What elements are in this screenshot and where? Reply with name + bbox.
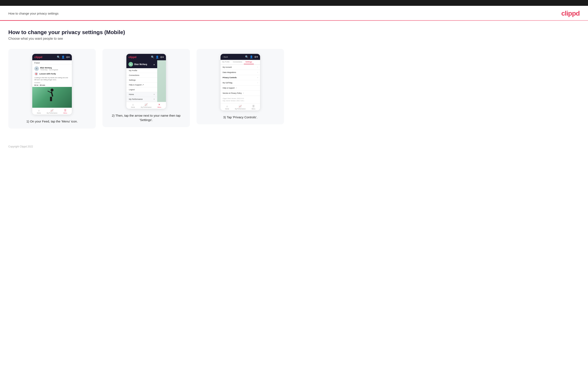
search-icon-1[interactable]: 🔍 bbox=[57, 56, 60, 59]
home-icon-1: ⌂ bbox=[38, 109, 40, 112]
my-account-label: My Account bbox=[223, 66, 232, 68]
phone-nav-icons-2: 🔍 👤 ⊕▾ bbox=[151, 56, 164, 59]
duration-val: 01 hr : 30 min bbox=[32, 84, 72, 87]
settings-back: ‹ Back 🔍 👤 ⊕▾ bbox=[221, 54, 260, 60]
feed-user-loc: Yesterday · Sunningdale bbox=[40, 69, 58, 71]
header-title: How to change your privacy settings bbox=[8, 12, 59, 15]
data-integrations-chevron: › bbox=[257, 71, 258, 73]
settings-item-data-integrations[interactable]: Data Integrations › bbox=[221, 70, 260, 75]
phone-nav-icons-3: 🔍 👤 ⊕▾ bbox=[245, 55, 258, 58]
golf-image-1 bbox=[32, 87, 72, 108]
menu-label-1: Menu bbox=[63, 112, 67, 114]
user-icon-3[interactable]: 👤 bbox=[250, 55, 253, 58]
settings-item-golf-bag[interactable]: My Golf Bag › bbox=[221, 80, 260, 85]
phone-nav-1: clippd 🔍 👤 ⊕▾ bbox=[32, 54, 72, 60]
golf-bag-chevron: › bbox=[257, 82, 258, 84]
menu-icon-1: ☰ bbox=[64, 109, 66, 112]
data-integrations-label: Data Integrations bbox=[223, 71, 236, 73]
phone-nav-2: clippd 🔍 👤 ⊕▾ bbox=[126, 54, 166, 60]
phone-tab-menu-3[interactable]: ☰ Menu bbox=[247, 104, 260, 110]
menu-user-name: Blair McHarg bbox=[134, 63, 147, 66]
home-label-2: Home bbox=[131, 107, 135, 108]
phone-nav-icons-1: 🔍 👤 ⊕▾ bbox=[57, 56, 70, 59]
copyright: Copyright Clippd 2022 bbox=[8, 145, 33, 148]
feed-avatar: B bbox=[34, 66, 39, 71]
search-icon-2[interactable]: 🔍 bbox=[151, 56, 154, 59]
db-version: GQL Server Version: 2022.7.30-1 bbox=[223, 100, 258, 102]
client-version: Clippd Client Version: 2022.8.3-3 bbox=[223, 98, 258, 100]
menu-item-connections[interactable]: Connections bbox=[126, 73, 157, 78]
connections-label: Connections bbox=[129, 74, 139, 76]
user-icon-1[interactable]: 👤 bbox=[61, 56, 65, 59]
card-3: ‹ Back 🔍 👤 ⊕▾ My Profile Connections Set… bbox=[197, 49, 284, 124]
golf-bag-label: My Golf Bag bbox=[223, 82, 232, 84]
settings-tabs-row: My Profile Connections Settings bbox=[221, 60, 260, 65]
home-section-label: Home bbox=[129, 93, 134, 95]
chart-icon-1: 📈 bbox=[50, 109, 53, 112]
svg-point-0 bbox=[51, 89, 53, 92]
settings-icon-1[interactable]: ⊕▾ bbox=[66, 56, 70, 59]
privacy-policy-label: Service & Privacy Policy ↗ bbox=[223, 92, 244, 94]
settings-item-help[interactable]: Help & Support ↗ bbox=[221, 85, 260, 91]
page-subheading: Choose what you want people to see bbox=[8, 37, 580, 41]
phone-tab-home-2[interactable]: ⌂ Home bbox=[126, 102, 139, 109]
menu-item-settings[interactable]: Settings bbox=[126, 78, 157, 83]
phone-tab-home-1[interactable]: ⌂ Home bbox=[32, 108, 45, 115]
menu-section-home[interactable]: Home ▾ bbox=[126, 92, 157, 97]
tab-my-profile[interactable]: My Profile bbox=[221, 60, 231, 64]
perf-label-3: My Performance bbox=[235, 108, 245, 109]
settings-icon-2[interactable]: ⊕▾ bbox=[160, 56, 164, 59]
version-info: Clippd Client Version: 2022.8.3-3 GQL Se… bbox=[221, 96, 260, 104]
phone-tab-home-3[interactable]: ⌂ Home bbox=[221, 104, 233, 110]
main-content: How to change your privacy settings (Mob… bbox=[0, 21, 588, 141]
phone-tab-menu-1[interactable]: ☰ Menu bbox=[59, 108, 72, 115]
phone-tab-perf-3[interactable]: 📈 My Performance bbox=[233, 104, 247, 110]
phone-1: clippd 🔍 👤 ⊕▾ Feed B Blair McHarg Yester… bbox=[32, 54, 72, 115]
top-bar bbox=[0, 0, 588, 6]
lesson-icon: 🎯 bbox=[34, 72, 38, 76]
performance-chevron: ▾ bbox=[154, 98, 155, 100]
menu-item-logout[interactable]: Logout bbox=[126, 87, 157, 92]
menu-label-3: Menu bbox=[252, 108, 255, 109]
phone-tab-perf-2[interactable]: 📈 My Performance bbox=[139, 102, 153, 109]
page-heading: How to change your privacy settings (Mob… bbox=[8, 29, 580, 35]
phone-tabs-3: ⌂ Home 📈 My Performance ☰ Menu bbox=[221, 104, 260, 110]
card-1-caption: 1) On your Feed, tap the 'Menu' icon. bbox=[26, 119, 78, 124]
tab-settings[interactable]: Settings bbox=[244, 60, 254, 64]
footer: Copyright Clippd 2022 bbox=[0, 141, 588, 152]
tab-connections[interactable]: Connections bbox=[231, 60, 244, 64]
menu-section-performance[interactable]: My Performance ▾ bbox=[126, 97, 157, 102]
menu-item-profile[interactable]: My Profile bbox=[126, 68, 157, 73]
phone-3: ‹ Back 🔍 👤 ⊕▾ My Profile Connections Set… bbox=[221, 54, 260, 110]
phone-tab-close-2[interactable]: ✕ Menu bbox=[153, 102, 166, 109]
card-2-caption: 2) Then, tap the arrow next to your name… bbox=[107, 113, 185, 122]
settings-item-privacy-policy[interactable]: Service & Privacy Policy ↗ bbox=[221, 91, 260, 96]
menu-panel: B Blair McHarg ▲ My Profile Connections bbox=[126, 60, 157, 102]
menu-item-help[interactable]: Help & Support ↗ bbox=[126, 83, 157, 87]
home-chevron: ▾ bbox=[154, 93, 155, 95]
feed-lesson: 🎯 Lesson with Fordy bbox=[32, 71, 72, 77]
settings-item-my-account[interactable]: My Account › bbox=[221, 65, 260, 70]
privacy-controls-label: Privacy Controls bbox=[223, 76, 237, 79]
help-ext-icon: ↗ bbox=[235, 87, 237, 89]
phone-tab-perf-1[interactable]: 📈 My Performance bbox=[45, 108, 59, 115]
feed-tab: Feed bbox=[32, 60, 72, 64]
search-icon-3[interactable]: 🔍 bbox=[245, 55, 248, 58]
lesson-title: Lesson with Fordy bbox=[39, 73, 56, 75]
my-account-chevron: › bbox=[257, 66, 258, 68]
logout-label: Logout bbox=[129, 89, 135, 91]
settings-item-privacy-controls[interactable]: Privacy Controls › bbox=[221, 75, 260, 80]
settings-label: Settings bbox=[129, 79, 136, 81]
back-button[interactable]: ‹ Back bbox=[223, 56, 228, 58]
home-icon-3: ⌂ bbox=[226, 105, 228, 108]
menu-screen: B Blair McHarg ▲ My Profile Connections bbox=[126, 60, 166, 102]
menu-chevron-up[interactable]: ▲ bbox=[153, 63, 155, 66]
close-icon-2: ✕ bbox=[158, 103, 160, 106]
user-icon-2[interactable]: 👤 bbox=[156, 56, 159, 59]
chart-icon-2: 📈 bbox=[145, 103, 148, 106]
perf-label-2: My Performance bbox=[141, 107, 151, 108]
help-label: Help & Support ↗ bbox=[129, 84, 144, 86]
card-1: clippd 🔍 👤 ⊕▾ Feed B Blair McHarg Yester… bbox=[8, 49, 96, 128]
close-label-2: Menu bbox=[158, 107, 161, 108]
settings-icon-3[interactable]: ⊕▾ bbox=[254, 55, 258, 58]
